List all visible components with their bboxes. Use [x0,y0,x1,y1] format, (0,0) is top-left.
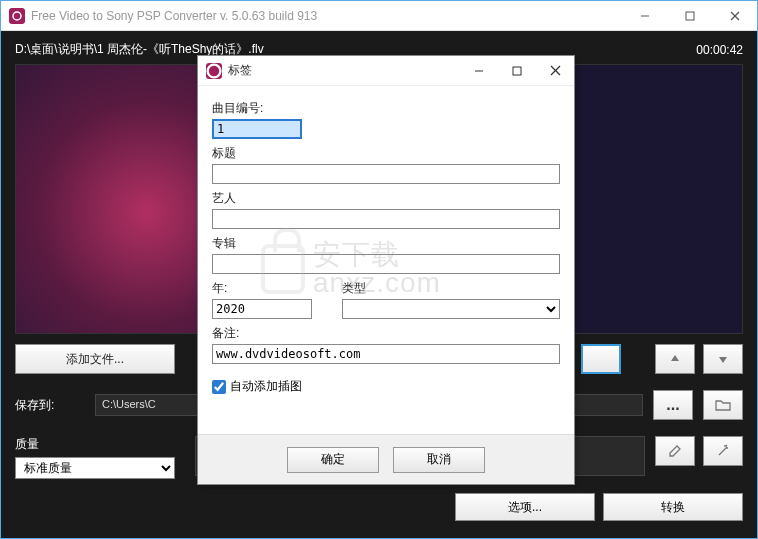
add-file-button[interactable]: 添加文件... [15,344,175,374]
options-button[interactable]: 选项... [455,493,595,521]
album-label: 专辑 [212,235,560,252]
dialog-close-button[interactable] [536,56,574,85]
timecode: 00:00:42 [696,43,743,57]
svg-point-0 [13,12,21,20]
magic-button[interactable] [703,436,743,466]
tags-dialog: 标签 曲目编号: 标题 艺人 专辑 年: 类型 [197,55,575,485]
artist-label: 艺人 [212,190,560,207]
title-label: 标题 [212,145,560,162]
track-no-input[interactable] [212,119,302,139]
browse-button[interactable]: ... [653,390,693,420]
main-window: Free Video to Sony PSP Converter v. 5.0.… [0,0,758,539]
note-label: 备注: [212,325,560,342]
cancel-button[interactable]: 取消 [393,447,485,473]
dialog-minimize-button[interactable] [460,56,498,85]
genre-select[interactable] [342,299,560,319]
svg-rect-7 [513,67,521,75]
tags-button[interactable] [581,344,621,374]
track-no-label: 曲目编号: [212,100,560,117]
open-folder-button[interactable] [703,390,743,420]
year-label: 年: [212,280,322,297]
ok-button[interactable]: 确定 [287,447,379,473]
album-input[interactable] [212,254,560,274]
quality-label: 质量 [15,436,85,453]
auto-thumb-checkbox[interactable] [212,380,226,394]
note-input[interactable] [212,344,560,364]
artist-input[interactable] [212,209,560,229]
move-up-button[interactable] [655,344,695,374]
dialog-title: 标签 [228,62,460,79]
svg-point-5 [208,64,221,77]
dialog-body: 曲目编号: 标题 艺人 专辑 年: 类型 备注: [198,86,574,434]
year-input[interactable] [212,299,312,319]
minimize-button[interactable] [622,1,667,30]
dialog-footer: 确定 取消 [198,434,574,484]
svg-rect-2 [686,12,694,20]
app-icon [9,8,25,24]
dialog-app-icon [206,63,222,79]
quality-select[interactable]: 标准质量 [15,457,175,479]
dialog-maximize-button[interactable] [498,56,536,85]
save-to-label: 保存到: [15,397,85,414]
auto-thumb-label: 自动添加插图 [230,378,302,395]
window-title: Free Video to Sony PSP Converter v. 5.0.… [31,9,622,23]
genre-label: 类型 [342,280,560,297]
title-input[interactable] [212,164,560,184]
close-button[interactable] [712,1,757,30]
dialog-titlebar: 标签 [198,56,574,86]
edit-preset-button[interactable] [655,436,695,466]
convert-button[interactable]: 转换 [603,493,743,521]
maximize-button[interactable] [667,1,712,30]
window-controls [622,1,757,30]
titlebar: Free Video to Sony PSP Converter v. 5.0.… [1,1,757,31]
move-down-button[interactable] [703,344,743,374]
